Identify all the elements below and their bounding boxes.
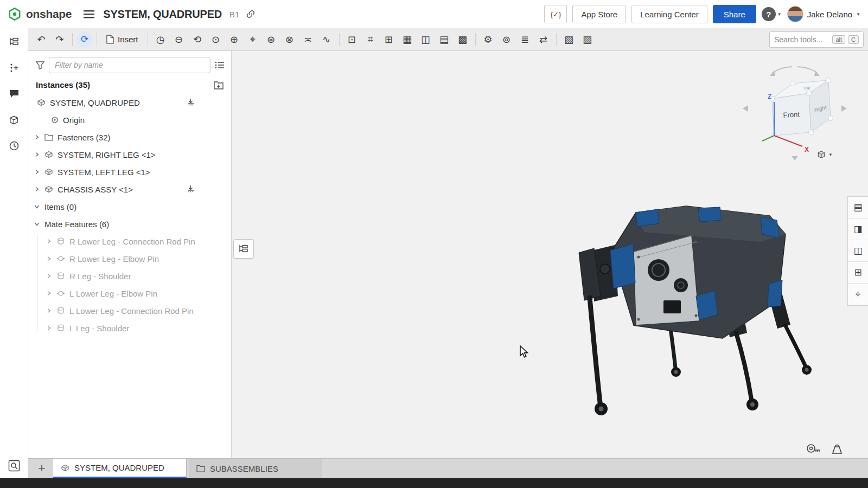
chevron-right-icon[interactable] [34,169,40,175]
list-options-icon[interactable] [215,61,225,69]
logo-wordmark: onshape [26,8,72,21]
app-store-button[interactable]: App Store [572,5,626,23]
tab-label: SYSTEM, QUADRUPED [74,463,164,472]
undo-icon[interactable]: ↶ [33,31,50,48]
display-states-icon[interactable]: ≣ [516,31,534,48]
tree-item-mate[interactable]: L Lower Leg - Elbow Pin [28,285,231,302]
tree-item-fasteners[interactable]: Fasteners (32) [28,129,231,146]
link-icon[interactable] [246,9,256,19]
chevron-right-icon[interactable] [46,273,52,279]
mate-connector-icon[interactable]: ⌗ [362,31,379,48]
named-positions-panel-icon[interactable]: ⌖ [848,284,868,305]
pattern-icon[interactable]: ▦ [399,31,416,48]
onshape-app: onshape SYSTEM, QUADRUPED B1 {✓} App Sto… [0,0,868,488]
tree-item-mate[interactable]: L Lower Leg - Connection Rod Pin [28,302,231,319]
frame-icon[interactable]: ▨ [579,31,596,48]
parts-list-panel-icon[interactable]: ▤ [848,197,868,219]
chevron-down-icon[interactable] [34,221,40,227]
drawing-icon[interactable]: ▧ [560,31,578,48]
tree-item-right-leg[interactable]: SYSTEM, RIGHT LEG <1> [28,146,231,163]
replicate-icon[interactable]: ⊞ [380,31,398,48]
tree-item-mate[interactable]: R Leg - Shoulder [28,267,231,285]
filter-funnel-icon[interactable] [36,61,44,69]
configurations-icon[interactable]: ⚙ [480,31,497,48]
view-mode-dropdown[interactable]: ▼ [816,150,833,159]
learning-center-button[interactable]: Learning Center [631,5,707,23]
revolute-mate-icon[interactable]: ⟲ [189,31,206,48]
chevron-down-icon[interactable] [34,204,40,209]
search-tools-input[interactable]: Search tools... alt C [769,31,864,48]
redo-icon[interactable]: ↷ [51,31,68,48]
tangent-mate-icon[interactable]: ∿ [318,31,335,48]
cylindrical-mate-icon[interactable]: ⌖ [244,31,261,48]
tree-section-items[interactable]: Items (0) [28,198,231,215]
filter-input[interactable] [49,57,210,73]
chevron-right-icon[interactable] [46,256,52,261]
chevron-right-icon[interactable] [34,187,40,192]
tree-item-chassis[interactable]: CHASSIS ASSY <1> [28,181,231,198]
onshape-logo[interactable]: onshape [8,7,72,21]
display-states-panel-icon[interactable]: ◫ [848,240,868,262]
insert-button[interactable]: Insert [101,31,144,48]
collapse-panel-handle[interactable] [233,239,254,259]
measure-icon[interactable] [806,441,821,456]
tree-item-mate[interactable]: L Leg - Shoulder [28,319,231,337]
user-menu[interactable]: Jake Delano ▼ [787,6,860,22]
chevron-right-icon[interactable] [46,239,52,244]
named-positions-icon[interactable]: ⇄ [535,31,552,48]
interference-icon[interactable]: ⊚ [498,31,515,48]
chevron-right-icon[interactable] [46,308,52,313]
help-icon[interactable]: ? [762,7,776,21]
ball-mate-icon[interactable]: ⊛ [263,31,280,48]
tab-system-quadruped[interactable]: SYSTEM, QUADRUPED [53,459,187,478]
tree-item-left-leg[interactable]: SYSTEM, LEFT LEG <1> [28,163,231,181]
tree-section-mate-features[interactable]: Mate Features (6) [28,215,231,233]
add-folder-icon[interactable] [214,81,224,89]
chevron-right-icon[interactable] [46,291,52,296]
comments-panel-icon[interactable] [7,87,21,101]
fastened-mate-icon[interactable]: ⊖ [170,31,188,48]
instances-panel-icon[interactable] [7,35,21,49]
onshape-logo-icon [8,7,22,21]
featurescript-icon[interactable]: {✓} [544,5,567,23]
sync-icon[interactable]: ⟳ [76,31,93,48]
history-panel-icon[interactable] [7,139,21,153]
help-cube-icon[interactable]: ? [7,113,21,127]
chevron-right-icon[interactable] [34,152,40,157]
3d-viewport[interactable]: Top Front Right Z X ▼ [232,51,868,458]
help-menu[interactable]: ? ▼ [762,7,782,21]
mass-properties-icon[interactable] [829,441,845,456]
pin-slot-mate-icon[interactable]: ⊗ [281,31,298,48]
bom-icon[interactable]: ▩ [454,31,471,48]
tree-item-mate[interactable]: R Lower Leg - Elbow Pin [28,250,231,267]
tab-subassemblies[interactable]: SUBASSEMBLIES [189,459,322,478]
chevron-right-icon[interactable] [46,325,52,331]
group-icon[interactable]: ⊡ [343,31,361,48]
appearance-panel-icon[interactable]: ◨ [848,219,868,240]
version-label[interactable]: B1 [229,10,239,19]
configurations-panel-icon[interactable] [7,61,21,75]
chevron-right-icon[interactable] [34,134,40,140]
share-button[interactable]: Share [713,5,756,23]
view-cube[interactable]: Top Front Right Z X [741,60,849,162]
viewcube-front-label[interactable]: Front [783,110,800,119]
bom-panel-icon[interactable]: ⊞ [848,262,868,284]
search-panel-icon[interactable] [7,459,21,473]
tree-item-origin[interactable]: Origin [28,111,231,129]
planar-mate-icon[interactable]: ⊕ [226,31,243,48]
exploded-view-icon[interactable]: ▤ [436,31,453,48]
tree-item-label: L Lower Leg - Connection Rod Pin [69,306,194,316]
slider-mate-icon[interactable]: ⊙ [207,31,225,48]
tree-item-root-assembly[interactable]: SYSTEM, QUADRUPED [28,94,231,111]
tree-item-mate[interactable]: R Lower Leg - Connection Rod Pin [28,233,231,250]
parallel-mate-icon[interactable]: ≍ [299,31,317,48]
chevron-down-icon: ▼ [856,12,860,17]
snapshot-icon[interactable]: ◫ [417,31,435,48]
avatar[interactable] [787,6,803,22]
add-tab-button[interactable]: + [34,459,50,478]
clock-icon[interactable]: ◷ [152,31,169,48]
cylindrical-mate-icon [56,237,65,246]
assembly-icon [61,464,69,472]
revolute-mate-icon [56,289,65,298]
hamburger-menu-icon[interactable] [84,10,94,18]
